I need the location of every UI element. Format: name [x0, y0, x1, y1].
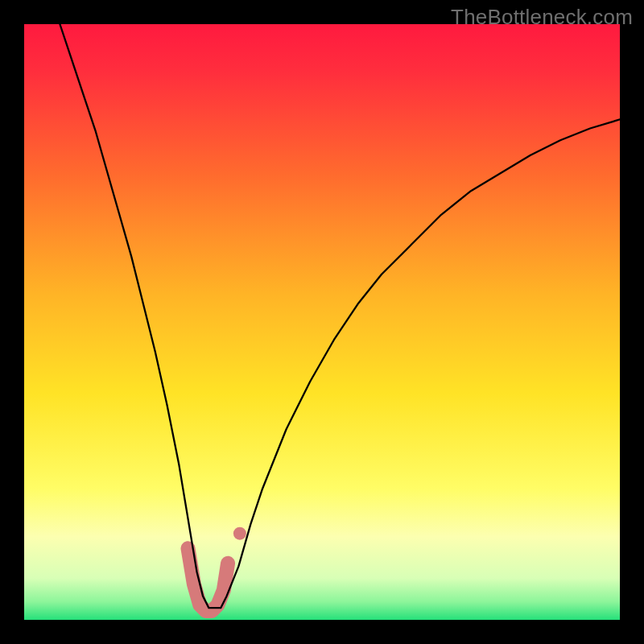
plot-area	[24, 24, 620, 620]
watermark-text: TheBottleneck.com	[451, 5, 633, 30]
bottleneck-curve	[60, 24, 620, 608]
chart-frame: TheBottleneck.com	[0, 0, 644, 644]
curve-layer	[24, 24, 620, 620]
curve-marker	[233, 527, 246, 540]
